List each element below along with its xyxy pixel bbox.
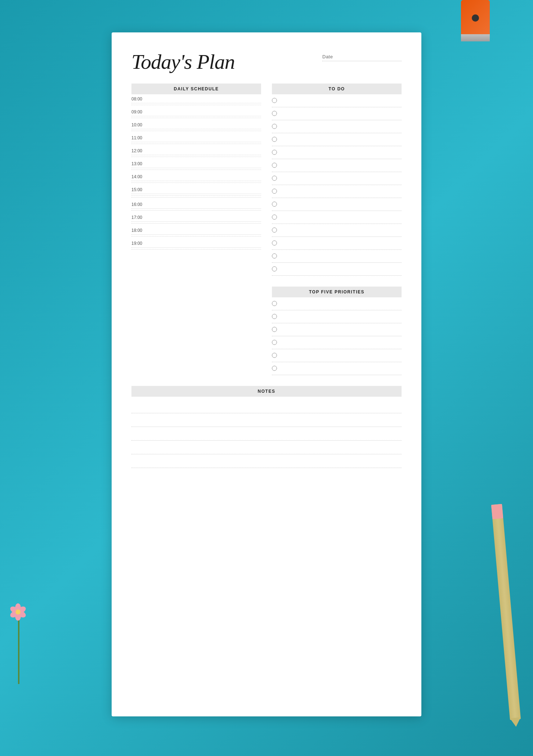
priority-checkbox-2[interactable] xyxy=(272,314,277,319)
time-slot-1400: 14:00 xyxy=(131,172,261,185)
notes-line-3[interactable] xyxy=(131,427,402,441)
time-slot-1700: 17:00 xyxy=(131,213,261,226)
date-line[interactable] xyxy=(322,61,402,61)
date-section: Date xyxy=(322,50,402,61)
todo-item-9 xyxy=(272,198,402,211)
todo-item-13 xyxy=(272,250,402,263)
priorities-section: TOP FIVE PRIORITIES xyxy=(272,287,402,375)
todo-item-7 xyxy=(272,172,402,185)
time-label-0900: 09:00 xyxy=(131,109,261,114)
time-label-1800: 18:00 xyxy=(131,228,261,233)
todo-checkbox-2[interactable] xyxy=(272,111,277,116)
main-grid: DAILY SCHEDULE 08:00 09:00 10:00 11: xyxy=(131,84,402,375)
time-label-1500: 15:00 xyxy=(131,187,261,192)
time-label-1900: 19:00 xyxy=(131,241,261,246)
todo-checkbox-1[interactable] xyxy=(272,98,277,103)
todo-item-5 xyxy=(272,146,402,159)
time-label-1600: 16:00 xyxy=(131,202,261,207)
priority-checkbox-5[interactable] xyxy=(272,353,277,358)
notes-header: NOTES xyxy=(131,386,402,397)
todo-item-14 xyxy=(272,263,402,276)
time-slot-1600: 16:00 xyxy=(131,200,261,213)
todo-checkbox-7[interactable] xyxy=(272,176,277,181)
todo-item-1 xyxy=(272,94,402,107)
priority-item-1 xyxy=(272,297,402,310)
todo-item-8 xyxy=(272,185,402,198)
pencil-decoration xyxy=(491,504,521,720)
todo-header: TO DO xyxy=(272,84,402,94)
time-slot-1200: 12:00 xyxy=(131,146,261,159)
priority-checkbox-4[interactable] xyxy=(272,340,277,345)
time-slot-1000: 10:00 xyxy=(131,120,261,133)
daily-schedule-column: DAILY SCHEDULE 08:00 09:00 10:00 11: xyxy=(131,84,261,375)
date-label: Date xyxy=(322,54,333,59)
notes-line-4[interactable] xyxy=(131,441,402,454)
todo-checkbox-4[interactable] xyxy=(272,137,277,142)
time-slot-1800: 18:00 xyxy=(131,226,261,239)
todo-item-11 xyxy=(272,224,402,237)
todo-checkbox-10[interactable] xyxy=(272,215,277,220)
todo-checkbox-14[interactable] xyxy=(272,266,277,271)
time-label-1400: 14:00 xyxy=(131,174,261,179)
time-slot-1500: 15:00 xyxy=(131,185,261,200)
sharpener-decoration xyxy=(461,0,490,47)
right-column: TO DO TOP FIVE PRIO xyxy=(272,84,402,375)
priority-checkbox-6[interactable] xyxy=(272,366,277,371)
priorities-header: TOP FIVE PRIORITIES xyxy=(272,287,402,297)
todo-item-10 xyxy=(272,211,402,224)
time-label-1700: 17:00 xyxy=(131,215,261,220)
todo-checkbox-3[interactable] xyxy=(272,124,277,129)
time-slot-1100: 11:00 xyxy=(131,133,261,146)
todo-checkbox-5[interactable] xyxy=(272,150,277,155)
todo-checkbox-9[interactable] xyxy=(272,202,277,207)
time-slot-1900: 19:00 xyxy=(131,239,261,252)
priority-checkbox-1[interactable] xyxy=(272,301,277,306)
todo-item-12 xyxy=(272,237,402,250)
todo-checkbox-11[interactable] xyxy=(272,228,277,233)
todo-checkbox-6[interactable] xyxy=(272,163,277,168)
time-slot-0800: 08:00 xyxy=(131,94,261,107)
header: Today's Plan Date xyxy=(131,50,402,73)
todo-checkbox-8[interactable] xyxy=(272,189,277,194)
priority-item-3 xyxy=(272,323,402,336)
notes-line-2[interactable] xyxy=(131,413,402,427)
priority-checkbox-3[interactable] xyxy=(272,327,277,332)
priority-item-2 xyxy=(272,310,402,323)
notes-line-1[interactable] xyxy=(131,400,402,413)
time-slot-0900: 09:00 xyxy=(131,107,261,120)
time-slot-1300: 13:00 xyxy=(131,159,261,172)
priority-item-5 xyxy=(272,349,402,362)
priority-item-4 xyxy=(272,336,402,349)
time-label-0800: 08:00 xyxy=(131,96,261,102)
flowers-decoration xyxy=(0,540,43,684)
todo-checkbox-12[interactable] xyxy=(272,240,277,246)
time-label-1000: 10:00 xyxy=(131,122,261,127)
priority-item-6 xyxy=(272,362,402,375)
time-label-1200: 12:00 xyxy=(131,148,261,153)
todo-item-2 xyxy=(272,107,402,120)
todo-item-4 xyxy=(272,133,402,146)
todo-section: TO DO xyxy=(272,84,402,276)
notes-lines xyxy=(131,397,402,471)
todo-item-6 xyxy=(272,159,402,172)
time-label-1300: 13:00 xyxy=(131,161,261,166)
paper: Today's Plan Date DAILY SCHEDULE 08:00 0… xyxy=(112,32,421,716)
todo-checkbox-13[interactable] xyxy=(272,253,277,258)
col-spacer xyxy=(272,276,402,287)
time-label-1100: 11:00 xyxy=(131,135,261,140)
daily-schedule-header: DAILY SCHEDULE xyxy=(131,84,261,94)
notes-line-5[interactable] xyxy=(131,454,402,468)
notes-section: NOTES xyxy=(131,386,402,471)
todo-item-3 xyxy=(272,120,402,133)
page-title: Today's Plan xyxy=(131,50,235,73)
